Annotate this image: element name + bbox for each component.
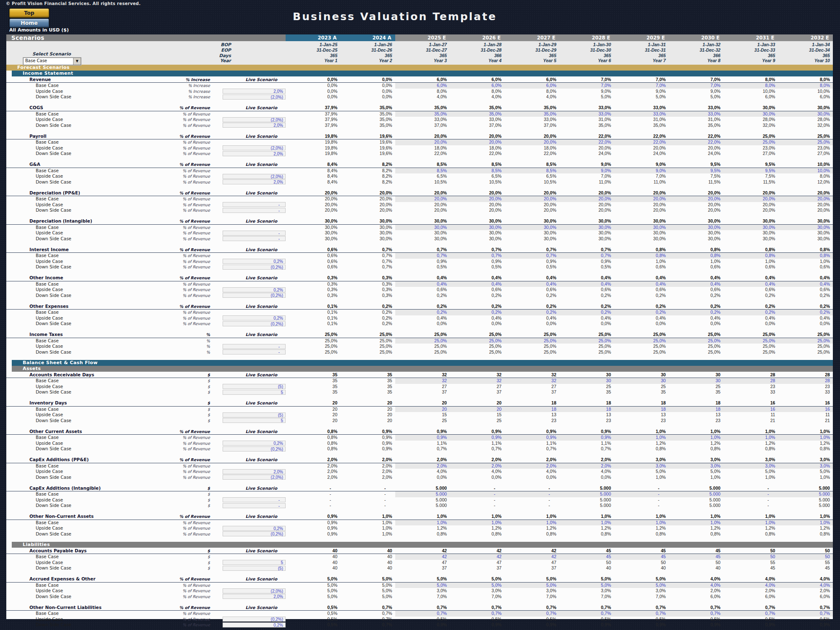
live-cell: - (210, 202, 286, 207)
value-cell: 0,4% (504, 275, 559, 281)
scenario-row-payroll-base-case: Base Case% of Revenue19,8%19,6%20,0%20,0… (6, 139, 833, 145)
value-cell: 25,0% (669, 349, 723, 355)
scenario-input[interactable]: 2,0% (223, 123, 286, 128)
value-cell: 20,0% (504, 202, 559, 208)
scenario-input[interactable]: (2,0%) (223, 174, 286, 179)
scenario-input[interactable]: (2,0%) (223, 475, 286, 480)
scenario-input[interactable]: 5 (223, 560, 286, 565)
section-band-income-statement: Income Statement (12, 71, 833, 76)
value-cell: 55 (723, 560, 778, 566)
scenario-row-interest-income-down-side-case: Down Side Case% of Revenue(0,2%)0,6%0,7%… (6, 264, 833, 270)
scenario-row-depreciation-pp-e--down-side-case: Down Side Case% of Revenue-20,0%20,0%20,… (6, 207, 833, 213)
value-cell: 20,0% (340, 207, 395, 213)
scenario-input[interactable]: 0,2% (223, 526, 286, 531)
scenario-input[interactable]: - (223, 231, 286, 236)
value-cell: 25 (669, 384, 723, 390)
value-cell: 0,9% (395, 435, 450, 441)
value-cell: 1,2% (778, 525, 833, 531)
scenario-row-other-income-base-case: Base Case% of Revenue0,3%0,3%0,4%0,4%0,4… (6, 281, 833, 287)
scenario-input[interactable]: - (223, 202, 286, 207)
scenario-input[interactable]: - (223, 349, 286, 354)
unit-label: % of Revenue (160, 287, 210, 293)
scenario-input[interactable]: 0,2% (223, 287, 286, 292)
value-cell: 0,6% (395, 287, 450, 293)
live-scenario-label: Live Scenario (210, 332, 286, 337)
live-scenario-label: Live Scenario (210, 77, 286, 82)
home-button[interactable]: Home (9, 18, 49, 28)
scenario-input[interactable]: (0,2%) (223, 293, 286, 298)
scenario-input[interactable]: (2,0%) (223, 145, 286, 150)
value-cell: 0,4% (778, 315, 833, 321)
value-cell: 0,4% (723, 281, 778, 287)
scenario-input[interactable]: (0,2%) (223, 446, 286, 452)
scenario-input[interactable]: 2,0% (223, 89, 286, 94)
scenario-input[interactable]: (0,2%) (223, 265, 286, 270)
value-cell: 0,6% (723, 264, 778, 270)
scenario-input[interactable]: (0,2%) (223, 617, 286, 622)
value-cell: 8,0% (778, 173, 833, 179)
value-cell: 16 (778, 407, 833, 412)
value-cell: 27 (395, 384, 450, 390)
scenario-input[interactable]: 2,0% (223, 151, 286, 156)
scenario-input[interactable]: 5 (223, 418, 286, 423)
scenario-input[interactable]: - (223, 344, 286, 349)
value-cell: 0,9% (340, 429, 395, 434)
scenario-dropdown-value[interactable]: Base Case (24, 58, 73, 65)
value-cell: 4,0% (723, 583, 778, 588)
scenario-input[interactable]: 2,0% (223, 179, 286, 184)
value-cell: 35,0% (340, 111, 395, 117)
scenario-input[interactable]: (5) (223, 384, 286, 389)
value-cell: 0,6% (286, 264, 340, 270)
value-cell: 0,0% (450, 321, 504, 327)
value-cell: 20,0% (778, 202, 833, 208)
scenario-input[interactable]: 0,2% (223, 441, 286, 446)
chevron-down-icon[interactable]: ▼ (73, 58, 81, 65)
scenario-input[interactable]: (0,2%) (223, 321, 286, 326)
scenario-input[interactable]: 0,2% (223, 622, 286, 627)
value-cell: 0,7% (504, 446, 559, 452)
value-cell: 0,2% (340, 321, 395, 327)
scenario-input[interactable]: (2,0%) (223, 94, 286, 100)
scenario-input[interactable]: - (223, 497, 286, 502)
value-cell: 0,8% (614, 247, 669, 252)
scenario-input[interactable]: (2,0%) (223, 117, 286, 122)
unit-label: % of Revenue (160, 123, 210, 129)
value-cell: 18 (614, 400, 669, 406)
scenario-input[interactable]: 2,0% (223, 469, 286, 474)
value-cell: 18,0% (504, 145, 559, 151)
unit-label: % of Revenue (160, 275, 210, 281)
scenario-input[interactable]: - (223, 208, 286, 213)
value-cell: 33,0% (395, 117, 450, 123)
scenario-row-g-a-down-side-case: Down Side Case% of Revenue2,0%8,4%8,2%10… (6, 179, 833, 185)
scenario-dropdown[interactable]: Base Case ▼ (23, 58, 81, 65)
scenario-input[interactable]: 2,0% (223, 594, 286, 599)
live-cell: 5 (210, 560, 286, 565)
value-cell: 6,0% (778, 94, 833, 100)
value-cell: 30,0% (778, 225, 833, 231)
scenario-input[interactable]: (2,0%) (223, 588, 286, 593)
top-button[interactable]: Top (9, 8, 49, 18)
value-cell: 30,0% (669, 230, 723, 236)
scenario-input[interactable]: (5) (223, 566, 286, 571)
value-cell: 20,0% (504, 196, 559, 202)
scenario-input[interactable]: - (223, 503, 286, 508)
scenario-input[interactable]: 0,2% (223, 259, 286, 264)
scenario-input[interactable]: (0,2%) (223, 531, 286, 536)
block-header-revenue: Revenue% IncreaseLive Scenario0,0%0,0%6,… (6, 76, 833, 83)
value-cell: 5,0% (559, 583, 614, 588)
unit-label: % of Revenue (160, 457, 210, 462)
block-header-g-a: G&A% of RevenueLive Scenario8,4%8,2%8,5%… (6, 162, 833, 168)
value-cell: 40 (614, 565, 669, 571)
unit-label: % Increase (160, 94, 210, 100)
unit-label: % of Revenue (160, 315, 210, 321)
value-cell: 35,0% (340, 105, 395, 110)
value-cell: 0,6% (286, 259, 340, 265)
value-cell: 0,2% (723, 304, 778, 309)
scenario-input[interactable]: 5 (223, 390, 286, 395)
scenario-row-label: Base Case (19, 463, 160, 469)
scenario-input[interactable]: - (223, 236, 286, 241)
scenario-input[interactable]: 0,2% (223, 315, 286, 320)
scenario-input[interactable]: (5) (223, 412, 286, 417)
value-cell: 0,6% (286, 247, 340, 252)
value-cell: 30,0% (778, 111, 833, 117)
